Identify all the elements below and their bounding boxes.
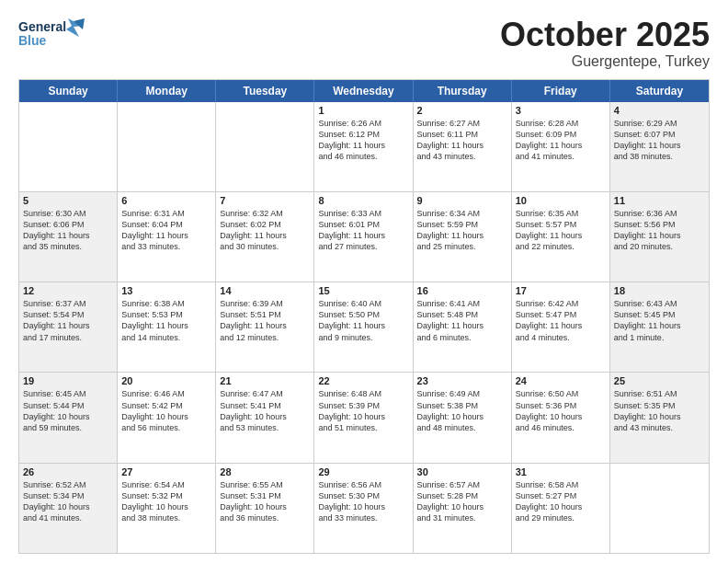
- calendar-cell-8: 8Sunrise: 6:33 AM Sunset: 6:01 PM Daylig…: [314, 192, 413, 282]
- cell-info: Sunrise: 6:49 AM Sunset: 5:38 PM Dayligh…: [417, 388, 507, 433]
- calendar-cell-14: 14Sunrise: 6:39 AM Sunset: 5:51 PM Dayli…: [216, 282, 314, 372]
- day-number: 17: [516, 285, 606, 296]
- day-number: 31: [516, 466, 606, 477]
- calendar-cell-31: 31Sunrise: 6:58 AM Sunset: 5:27 PM Dayli…: [512, 464, 610, 553]
- calendar-cell-25: 25Sunrise: 6:51 AM Sunset: 5:35 PM Dayli…: [610, 373, 709, 462]
- cell-info: Sunrise: 6:43 AM Sunset: 5:45 PM Dayligh…: [614, 298, 705, 343]
- weekday-sunday: Sunday: [19, 80, 118, 102]
- day-number: 19: [23, 375, 113, 386]
- cell-info: Sunrise: 6:45 AM Sunset: 5:44 PM Dayligh…: [23, 388, 113, 433]
- cell-info: Sunrise: 6:54 AM Sunset: 5:32 PM Dayligh…: [121, 479, 211, 524]
- calendar-cell-4: 4Sunrise: 6:29 AM Sunset: 6:07 PM Daylig…: [610, 102, 709, 191]
- calendar-cell-7: 7Sunrise: 6:32 AM Sunset: 6:02 PM Daylig…: [216, 192, 314, 282]
- day-number: 6: [121, 195, 211, 206]
- day-number: 29: [318, 466, 408, 477]
- page-subtitle: Guergentepe, Turkey: [500, 53, 710, 70]
- calendar-cell-13: 13Sunrise: 6:38 AM Sunset: 5:53 PM Dayli…: [118, 282, 216, 372]
- calendar-cell-empty-0-1: [118, 102, 216, 191]
- calendar-cell-24: 24Sunrise: 6:50 AM Sunset: 5:36 PM Dayli…: [512, 373, 610, 462]
- svg-text:Blue: Blue: [18, 33, 47, 48]
- cell-info: Sunrise: 6:26 AM Sunset: 6:12 PM Dayligh…: [318, 118, 408, 163]
- day-number: 15: [318, 285, 408, 296]
- calendar-cell-28: 28Sunrise: 6:55 AM Sunset: 5:31 PM Dayli…: [216, 464, 314, 553]
- calendar-row-2: 5Sunrise: 6:30 AM Sunset: 6:06 PM Daylig…: [19, 191, 709, 282]
- cell-info: Sunrise: 6:42 AM Sunset: 5:47 PM Dayligh…: [516, 298, 606, 343]
- calendar-cell-1: 1Sunrise: 6:26 AM Sunset: 6:12 PM Daylig…: [314, 102, 413, 191]
- day-number: 25: [614, 375, 705, 386]
- calendar-cell-17: 17Sunrise: 6:42 AM Sunset: 5:47 PM Dayli…: [512, 282, 610, 372]
- day-number: 24: [516, 375, 606, 386]
- day-number: 7: [220, 195, 310, 206]
- cell-info: Sunrise: 6:41 AM Sunset: 5:48 PM Dayligh…: [417, 298, 507, 343]
- day-number: 27: [121, 466, 211, 477]
- cell-info: Sunrise: 6:34 AM Sunset: 5:59 PM Dayligh…: [417, 208, 507, 253]
- cell-info: Sunrise: 6:46 AM Sunset: 5:42 PM Dayligh…: [121, 388, 211, 433]
- calendar-cell-23: 23Sunrise: 6:49 AM Sunset: 5:38 PM Dayli…: [414, 373, 512, 462]
- day-number: 18: [614, 285, 705, 296]
- calendar-header: Sunday Monday Tuesday Wednesday Thursday…: [19, 80, 709, 102]
- cell-info: Sunrise: 6:39 AM Sunset: 5:51 PM Dayligh…: [220, 298, 310, 343]
- cell-info: Sunrise: 6:47 AM Sunset: 5:41 PM Dayligh…: [220, 388, 310, 433]
- page: GeneralBlue October 2025 Guergentepe, Tu…: [0, 0, 728, 563]
- calendar-cell-2: 2Sunrise: 6:27 AM Sunset: 6:11 PM Daylig…: [414, 102, 512, 191]
- cell-info: Sunrise: 6:27 AM Sunset: 6:11 PM Dayligh…: [417, 118, 507, 163]
- day-number: 14: [220, 285, 310, 296]
- calendar-row-3: 12Sunrise: 6:37 AM Sunset: 5:54 PM Dayli…: [19, 282, 709, 372]
- calendar-cell-26: 26Sunrise: 6:52 AM Sunset: 5:34 PM Dayli…: [19, 464, 118, 553]
- day-number: 2: [417, 105, 507, 116]
- calendar-cell-18: 18Sunrise: 6:43 AM Sunset: 5:45 PM Dayli…: [610, 282, 709, 372]
- day-number: 21: [220, 375, 310, 386]
- calendar: Sunday Monday Tuesday Wednesday Thursday…: [18, 79, 710, 554]
- weekday-wednesday: Wednesday: [314, 80, 413, 102]
- day-number: 23: [417, 375, 507, 386]
- calendar-row-5: 26Sunrise: 6:52 AM Sunset: 5:34 PM Dayli…: [19, 463, 709, 553]
- day-number: 3: [516, 105, 606, 116]
- cell-info: Sunrise: 6:33 AM Sunset: 6:01 PM Dayligh…: [318, 208, 408, 253]
- calendar-body: 1Sunrise: 6:26 AM Sunset: 6:12 PM Daylig…: [19, 102, 709, 553]
- calendar-cell-6: 6Sunrise: 6:31 AM Sunset: 6:04 PM Daylig…: [118, 192, 216, 282]
- day-number: 22: [318, 375, 408, 386]
- cell-info: Sunrise: 6:48 AM Sunset: 5:39 PM Dayligh…: [318, 388, 408, 433]
- cell-info: Sunrise: 6:58 AM Sunset: 5:27 PM Dayligh…: [516, 479, 606, 524]
- weekday-tuesday: Tuesday: [216, 80, 314, 102]
- cell-info: Sunrise: 6:35 AM Sunset: 5:57 PM Dayligh…: [516, 208, 606, 253]
- cell-info: Sunrise: 6:37 AM Sunset: 5:54 PM Dayligh…: [23, 298, 113, 343]
- calendar-cell-empty-0-2: [216, 102, 314, 191]
- calendar-cell-22: 22Sunrise: 6:48 AM Sunset: 5:39 PM Dayli…: [314, 373, 413, 462]
- cell-info: Sunrise: 6:32 AM Sunset: 6:02 PM Dayligh…: [220, 208, 310, 253]
- day-number: 4: [614, 105, 705, 116]
- calendar-cell-27: 27Sunrise: 6:54 AM Sunset: 5:32 PM Dayli…: [118, 464, 216, 553]
- calendar-cell-19: 19Sunrise: 6:45 AM Sunset: 5:44 PM Dayli…: [19, 373, 118, 462]
- logo: GeneralBlue: [18, 17, 85, 50]
- day-number: 5: [23, 195, 113, 206]
- weekday-saturday: Saturday: [610, 80, 709, 102]
- title-block: October 2025 Guergentepe, Turkey: [500, 17, 710, 70]
- calendar-cell-15: 15Sunrise: 6:40 AM Sunset: 5:50 PM Dayli…: [314, 282, 413, 372]
- calendar-cell-29: 29Sunrise: 6:56 AM Sunset: 5:30 PM Dayli…: [314, 464, 413, 553]
- page-title: October 2025: [500, 17, 710, 53]
- calendar-row-4: 19Sunrise: 6:45 AM Sunset: 5:44 PM Dayli…: [19, 372, 709, 462]
- cell-info: Sunrise: 6:29 AM Sunset: 6:07 PM Dayligh…: [614, 118, 705, 163]
- day-number: 1: [318, 105, 408, 116]
- logo-icon: GeneralBlue: [18, 17, 85, 50]
- day-number: 11: [614, 195, 705, 206]
- day-number: 10: [516, 195, 606, 206]
- cell-info: Sunrise: 6:38 AM Sunset: 5:53 PM Dayligh…: [121, 298, 211, 343]
- day-number: 28: [220, 466, 310, 477]
- day-number: 20: [121, 375, 211, 386]
- cell-info: Sunrise: 6:36 AM Sunset: 5:56 PM Dayligh…: [614, 208, 705, 253]
- calendar-cell-21: 21Sunrise: 6:47 AM Sunset: 5:41 PM Dayli…: [216, 373, 314, 462]
- calendar-cell-16: 16Sunrise: 6:41 AM Sunset: 5:48 PM Dayli…: [414, 282, 512, 372]
- cell-info: Sunrise: 6:40 AM Sunset: 5:50 PM Dayligh…: [318, 298, 408, 343]
- calendar-cell-30: 30Sunrise: 6:57 AM Sunset: 5:28 PM Dayli…: [414, 464, 512, 553]
- weekday-thursday: Thursday: [414, 80, 512, 102]
- day-number: 13: [121, 285, 211, 296]
- calendar-row-1: 1Sunrise: 6:26 AM Sunset: 6:12 PM Daylig…: [19, 102, 709, 191]
- cell-info: Sunrise: 6:30 AM Sunset: 6:06 PM Dayligh…: [23, 208, 113, 253]
- calendar-cell-11: 11Sunrise: 6:36 AM Sunset: 5:56 PM Dayli…: [610, 192, 709, 282]
- day-number: 16: [417, 285, 507, 296]
- calendar-cell-20: 20Sunrise: 6:46 AM Sunset: 5:42 PM Dayli…: [118, 373, 216, 462]
- cell-info: Sunrise: 6:28 AM Sunset: 6:09 PM Dayligh…: [516, 118, 606, 163]
- day-number: 8: [318, 195, 408, 206]
- calendar-cell-9: 9Sunrise: 6:34 AM Sunset: 5:59 PM Daylig…: [414, 192, 512, 282]
